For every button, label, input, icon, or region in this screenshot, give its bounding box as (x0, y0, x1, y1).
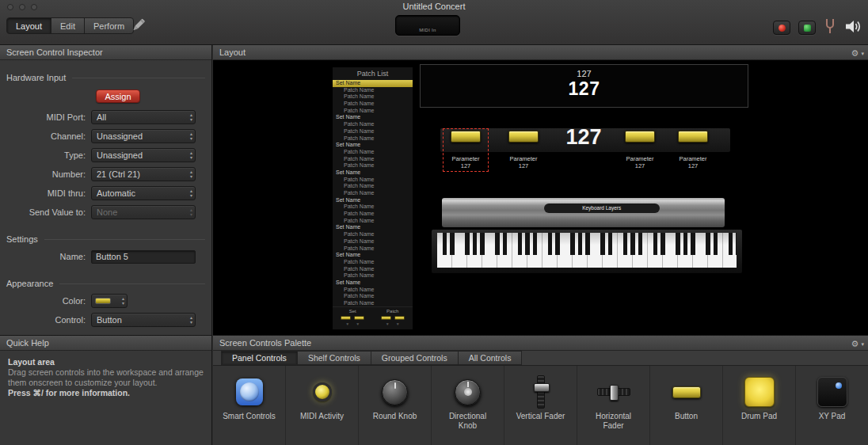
round-knob-icon (382, 379, 408, 405)
parameter-label: Parameter 127 (626, 155, 653, 169)
parameter-button-group[interactable]: Parameter 127 (503, 131, 544, 169)
keyboard-control[interactable] (432, 230, 742, 273)
control-dropdown[interactable]: Button ▴▾ (91, 313, 196, 327)
set-next-button[interactable] (354, 316, 364, 320)
patch-list-row[interactable]: Set Name (333, 252, 413, 259)
palette-tab[interactable]: Shelf Controls (297, 351, 371, 365)
palette-tab[interactable]: Grouped Controls (371, 351, 459, 365)
patch-list-row[interactable]: Set Name (333, 80, 413, 87)
patch-list-row[interactable]: Patch Name (333, 190, 413, 197)
patch-list-row[interactable]: Patch Name (333, 300, 413, 306)
assign-button[interactable]: Assign (96, 89, 140, 103)
patch-prev-button[interactable] (381, 316, 391, 320)
mode-button[interactable]: Layout (6, 17, 51, 34)
palette-tab[interactable]: All Controls (458, 351, 523, 365)
parameter-label: Parameter 127 (679, 155, 706, 169)
stepper-icon[interactable]: ▴▾ (190, 112, 192, 122)
play-button[interactable] (798, 21, 816, 35)
patch-list-row[interactable]: Patch Name (333, 245, 413, 253)
patch-list-row[interactable]: Set Name (333, 169, 413, 177)
parameter-button[interactable] (678, 131, 708, 143)
palette-tab[interactable]: Panel Controls (221, 351, 298, 365)
patch-list-row[interactable]: Patch Name (333, 128, 413, 135)
tuner-icon[interactable] (824, 18, 836, 37)
patch-list-row[interactable]: Patch Name (333, 238, 413, 245)
patch-list-control[interactable]: Patch List Set Name Patch Name Patch Nam… (333, 67, 413, 329)
parameter-button[interactable] (508, 131, 539, 143)
dropdown-field[interactable]: All ▴▾ (91, 110, 196, 124)
dropdown-field[interactable]: 21 (Ctrl 21) ▴▾ (91, 167, 196, 181)
patch-list-row[interactable]: Patch Name (333, 121, 413, 128)
patch-list-row[interactable]: Patch Name (333, 211, 413, 218)
patch-list-row[interactable]: Patch Name (333, 162, 413, 169)
mode-button[interactable]: Edit (51, 17, 85, 34)
patch-list-row[interactable]: Patch Name (333, 93, 413, 101)
action-menu-gear-icon[interactable]: ⚙ ▾ (851, 46, 864, 61)
patch-list-row[interactable]: Patch Name (333, 177, 413, 184)
stepper-icon[interactable]: ▴▾ (190, 188, 192, 198)
patch-list-row[interactable]: Patch Name (333, 156, 413, 163)
palette-item[interactable]: Directional Knob (432, 366, 504, 445)
dropdown-field[interactable]: Unassigned ▴▾ (91, 148, 196, 162)
set-prev-button[interactable] (341, 316, 351, 320)
patch-list-row[interactable]: Patch Name (333, 101, 413, 108)
layout-workspace[interactable]: Patch List Set Name Patch Name Patch Nam… (213, 60, 868, 335)
patch-list-row[interactable]: Set Name (333, 280, 413, 287)
palette-item[interactable]: MIDI Activity (286, 366, 359, 445)
stepper-icon[interactable]: ▴▾ (190, 315, 192, 325)
mode-button[interactable]: Perform (84, 17, 134, 34)
patch-list-row[interactable]: Set Name (333, 142, 413, 149)
palette-item[interactable]: Drum Pad (723, 366, 796, 445)
patch-list-row[interactable]: Patch Name (333, 272, 413, 280)
record-button[interactable] (773, 21, 790, 35)
stepper-icon[interactable]: ▴▾ (190, 169, 192, 179)
patch-list-row[interactable]: Patch Name (333, 203, 413, 211)
dropdown-field[interactable]: Automatic ▴▾ (91, 186, 196, 200)
keyboard-layers-bar[interactable]: Keyboard Layers (442, 198, 725, 227)
palette-item[interactable]: Smart Controls (213, 366, 286, 445)
value-display-control[interactable]: 127 127 (420, 64, 748, 108)
patch-list-row[interactable]: Patch Name (333, 87, 413, 94)
patch-list-row[interactable]: Set Name (333, 114, 413, 121)
parameter-button-group[interactable]: Parameter 127 (445, 131, 486, 169)
screen-controls-palette: Screen Controls Palette ⚙ ▾ Panel Contro… (213, 335, 868, 445)
midi-activity-monitor: MIDI In (395, 15, 460, 36)
patch-list-row[interactable]: Patch Name (333, 183, 413, 190)
directional-knob-icon (455, 379, 481, 405)
record-icon (779, 25, 786, 32)
patch-list-row[interactable]: Set Name (333, 224, 413, 231)
dropdown-field[interactable]: Unassigned ▴▾ (91, 129, 196, 143)
palette-item[interactable]: Round Knob (359, 366, 432, 445)
patch-next-button[interactable] (394, 316, 405, 320)
patch-list-row[interactable]: Set Name (333, 197, 413, 204)
palette-item-label: Round Knob (373, 412, 417, 421)
color-dropdown[interactable]: ▴▾ (91, 294, 128, 308)
parameter-button-group[interactable]: Parameter 127 (672, 131, 714, 169)
stepper-icon[interactable]: ▴▾ (190, 131, 192, 141)
parameter-button[interactable] (625, 131, 655, 143)
action-menu-gear-icon[interactable]: ⚙ ▾ (851, 337, 864, 352)
patch-list-row[interactable]: Patch Name (333, 293, 413, 300)
palette-item[interactable]: Vertical Fader (504, 366, 577, 445)
patch-list-row[interactable]: Patch Name (333, 287, 413, 294)
palette-item[interactable]: Button (650, 366, 723, 445)
palette-item[interactable]: XY Pad (796, 366, 868, 445)
patch-list-row[interactable]: Patch Name (333, 231, 413, 238)
stepper-icon[interactable]: ▴▾ (190, 207, 192, 217)
stepper-icon[interactable]: ▴▾ (190, 150, 192, 160)
parameter-button[interactable] (451, 131, 481, 143)
dropdown-field[interactable]: None ▴▾ (91, 205, 196, 219)
patch-list-row[interactable]: Patch Name (333, 135, 413, 143)
name-input[interactable]: Button 5 (91, 250, 196, 264)
palette-item[interactable]: Horizontal Fader (577, 366, 650, 445)
patch-list-row[interactable]: Patch Name (333, 108, 413, 115)
parameter-button-group[interactable]: Parameter 127 (619, 131, 661, 169)
inspector-row: Number: 21 (Ctrl 21) ▴▾ (0, 165, 211, 184)
patch-list-row[interactable]: Patch Name (333, 266, 413, 273)
patch-list-row[interactable]: Patch Name (333, 259, 413, 266)
volume-icon[interactable] (844, 20, 862, 36)
patch-list-row[interactable]: Patch Name (333, 149, 413, 156)
stepper-icon[interactable]: ▴▾ (122, 296, 124, 306)
inspector-row: MIDI thru: Automatic ▴▾ (0, 184, 211, 203)
patch-list-row[interactable]: Patch Name (333, 218, 413, 225)
